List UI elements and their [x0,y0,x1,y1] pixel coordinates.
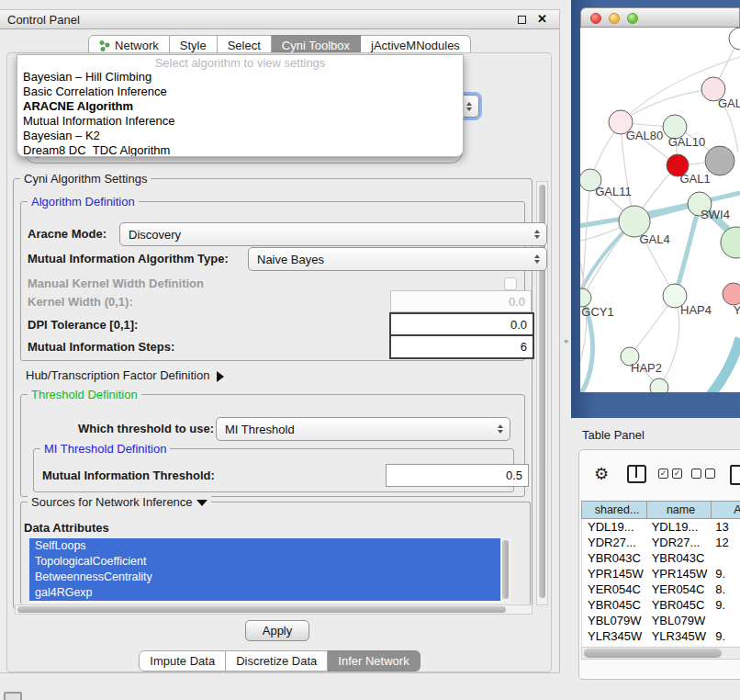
which-threshold-combo[interactable]: MI Threshold [216,417,510,441]
sources-group-title[interactable]: Sources for Network Inference [28,495,211,509]
data-attributes-label: Data Attributes [24,521,109,535]
cyni-bottom-tabs: Impute DataDiscretize DataInfer Network [0,650,559,672]
mi-threshold-group-title: MI Threshold Definition [40,442,170,456]
gear-icon[interactable]: ⚙ [594,465,609,483]
table-row[interactable]: YIL052CYIL052C9 [582,644,740,646]
node-label: SWI4 [701,208,730,221]
table-cell: 9. [712,628,740,644]
manual-kernel-width-checkbox[interactable] [504,277,517,290]
table-cell: YIL052C [648,644,712,646]
table-cell: YDL19... [648,519,712,535]
network-node-y[interactable] [723,283,740,305]
collapse-down-icon[interactable] [196,500,207,506]
attributes-scrollbar[interactable] [500,538,510,603]
algorithm-option[interactable]: Mutual Information Inference [17,114,463,129]
algorithm-option[interactable]: Bayesian – Hill Climbing [17,70,463,85]
mi-steps-field[interactable]: 6 [389,334,534,359]
table-cell: 9. [712,566,740,581]
network-node[interactable] [721,227,740,258]
table-row[interactable]: YDR27...YDR27...12 [582,535,740,550]
document-icon[interactable] [730,465,740,485]
table-cell: YLR345W [582,628,648,644]
checked-checkbox-icon[interactable]: ✓ [658,469,668,479]
column-header[interactable]: A [712,501,740,519]
zoom-traffic-light-icon[interactable] [627,13,638,24]
algorithm-option[interactable]: Bayesian – K2 [17,129,463,143]
table-row[interactable]: YBR045CYBR045C9. [582,597,740,613]
table-cell: YBR045C [648,597,712,613]
dpi-tolerance-label: DPI Tolerance [0,1]: [28,318,138,332]
checked-checkbox-icon[interactable]: ✓ [672,469,682,479]
node-label: Y [734,303,740,317]
columns-icon[interactable] [627,465,646,483]
tab-impute-data[interactable]: Impute Data [139,650,226,672]
minimized-panel-icon[interactable] [4,692,22,700]
column-header[interactable]: name [647,501,712,519]
table-row[interactable]: YBR043CYBR043C [582,550,740,566]
tab-label: Select [228,39,261,52]
attribute-list-item[interactable]: BetweennessCentrality [29,570,500,585]
apply-button-label: Apply [263,624,293,638]
tab-infer-network[interactable]: Infer Network [328,650,420,672]
mi-threshold-value: 0.5 [506,469,522,482]
algorithm-option[interactable]: Dream8 DC_TDC Algorithm [17,143,463,157]
dpi-tolerance-field[interactable]: 0.0 [389,312,534,337]
settings-horizontal-scrollbar[interactable] [15,604,533,615]
column-header[interactable]: shared... [581,501,647,519]
tab-label: Cyni Toolbox [282,39,350,52]
node-label: GAL [718,96,740,110]
table-cell: YBL079W [582,613,648,628]
network-node-gcy1[interactable] [580,288,591,307]
data-attributes-list[interactable]: SelfLoopsTopologicalCoefficientBetweenne… [29,538,510,603]
which-threshold-label: Which threshold to use: [78,422,214,435]
algorithm-dropdown-list: Select algorithm to view settings Bayesi… [17,54,464,157]
table-row[interactable]: YER054CYER054C8. [582,581,740,597]
table-horizontal-scrollbar[interactable] [581,647,740,660]
kernel-width-value: 0.0 [509,295,525,309]
table-body: YDL19...YDL19...13YDR27...YDR27...12YBR0… [581,519,740,646]
algorithm-option[interactable]: Basic Correlation Inference [17,85,463,99]
node-label: GAL4 [639,232,669,246]
node-label: HAP2 [631,361,662,375]
table-row[interactable]: YDL19...YDL19...13 [582,519,740,535]
settings-group-title: Cyni Algorithm Settings [20,172,151,186]
table-row[interactable]: YBL079WYBL079W [582,613,740,628]
network-node[interactable] [729,28,740,50]
network-node[interactable] [650,378,668,392]
application-window: Control Panel ✕ NetworkStyleSelectCyni T… [0,0,740,700]
unchecked-checkbox-icon[interactable] [705,469,715,479]
node-label: GAL1 [679,172,710,186]
attribute-list-item[interactable]: SelfLoops [29,538,500,554]
hub-section[interactable]: Hub/Transcription Factor Definition [26,368,224,382]
kernel-width-field[interactable]: 0.0 [390,290,532,312]
minimize-traffic-light-icon[interactable] [609,13,620,24]
panel-divider-handle[interactable]: ✳ [564,338,569,345]
node-label: HAP4 [680,303,712,317]
combo-stepper-icon [466,102,472,111]
attribute-list-item[interactable]: TopologicalCoefficient [29,554,500,570]
algorithm-option[interactable]: ARACNE Algorithm [17,99,463,114]
close-traffic-light-icon[interactable] [590,13,601,24]
aracne-mode-combo[interactable]: Discovery [119,222,547,246]
expand-right-icon[interactable] [217,371,224,382]
close-icon[interactable]: ✕ [537,12,547,26]
tab-discretize-data[interactable]: Discretize Data [226,650,328,672]
attribute-list-item[interactable]: gal4RGexp [29,585,500,601]
unchecked-checkbox-icon[interactable] [691,469,701,479]
node-label: GCY1 [581,305,613,319]
float-window-icon[interactable] [518,16,526,24]
table-row[interactable]: YPR145WYPR145W9. [582,566,740,581]
dropdown-items: Bayesian – Hill ClimbingBasic Correlatio… [17,70,463,157]
table-cell: YLR345W [648,628,712,644]
apply-button[interactable]: Apply [245,620,309,641]
control-panel: Control Panel ✕ NetworkStyleSelectCyni T… [0,9,560,673]
table-panel: ⚙ ✓ ✓ shared...nameA YDL19...YDL19...13Y… [578,449,740,680]
mi-algorithm-type-combo[interactable]: Naive Bayes [248,247,547,271]
mi-algorithm-type-value: Naive Bayes [257,253,324,266]
network-window-titlebar[interactable] [580,7,740,28]
table-row[interactable]: YLR345WYLR345W9. [582,628,740,644]
control-panel-titlebar: Control Panel ✕ [0,10,559,29]
mi-threshold-field[interactable]: 0.5 [386,464,529,487]
network-canvas[interactable]: GALGAL80GAL10GAL1GAL11SWI4GAL4GCY1HAP4YH… [580,28,740,392]
dropdown-placeholder: Select algorithm to view settings [17,55,463,70]
